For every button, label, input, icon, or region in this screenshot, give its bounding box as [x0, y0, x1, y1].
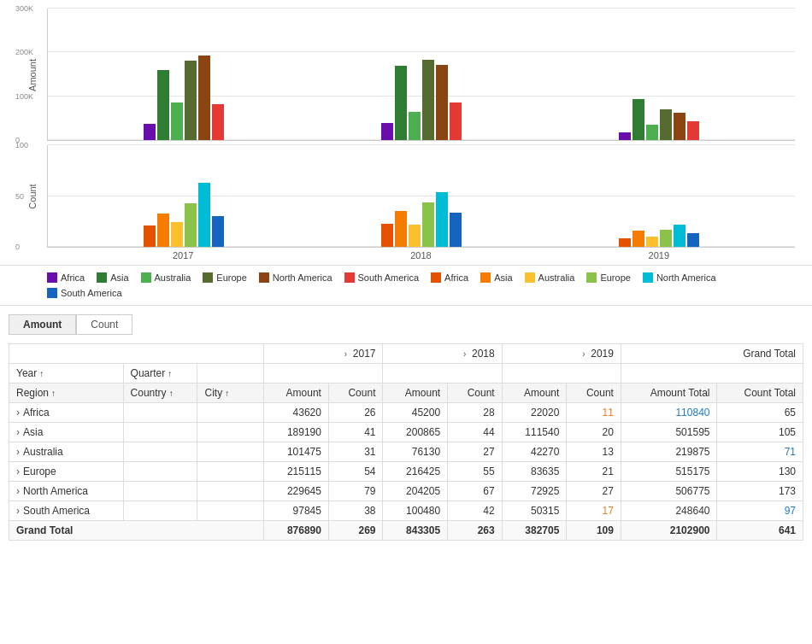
cell-7: 42270	[502, 442, 567, 462]
legend-label: South America	[61, 288, 122, 298]
sort-country-arrow: ↑	[169, 389, 174, 398]
cell-3: 229645	[264, 482, 329, 501]
chevron-2018: ›	[463, 349, 466, 359]
empty-gt	[621, 364, 803, 383]
country-col-header[interactable]: Country↑	[123, 383, 197, 403]
cell-2	[197, 462, 264, 482]
cell-7: 22020	[502, 403, 567, 423]
cell-9: 501595	[621, 423, 717, 442]
amount-y-label: Amount	[17, 9, 47, 141]
sort-year-header[interactable]: Year↑	[9, 364, 124, 383]
year-2017-header[interactable]: › 2017	[264, 344, 383, 364]
year-label-2018: 2018	[302, 248, 539, 261]
legend-section: AfricaAsiaAustraliaEuropeNorth AmericaSo…	[0, 266, 812, 306]
grand-total-cell-5: 382705	[502, 521, 567, 541]
cell-6: 44	[448, 423, 503, 442]
expand-icon[interactable]: ›	[16, 446, 20, 458]
expand-icon[interactable]: ›	[16, 505, 20, 517]
count-bar-Australia	[646, 237, 658, 247]
chart-section: Amount 300K 200K 100K 0	[0, 0, 812, 266]
city-col-header[interactable]: City↑	[197, 383, 264, 403]
cell-5: 76130	[383, 442, 448, 462]
year-2019-header[interactable]: › 2019	[502, 344, 621, 364]
count-group-2019	[540, 225, 778, 247]
grand-total-cell-6: 109	[567, 521, 621, 541]
cell-3: 43620	[264, 403, 329, 423]
legend-color-box	[141, 272, 151, 283]
expand-icon[interactable]: ›	[16, 465, 20, 477]
amount-bar-Asia	[633, 99, 644, 140]
sort-quarter-header[interactable]: Quarter↑	[123, 364, 197, 383]
legend-color-box	[47, 272, 57, 283]
amount-group-2018	[303, 60, 540, 140]
count-bar-Asia	[395, 211, 407, 247]
cell-4: 38	[328, 501, 383, 521]
expand-icon[interactable]: ›	[16, 426, 20, 438]
cell-8: 11	[567, 403, 621, 423]
cell-8: 21	[567, 462, 621, 482]
amount-bar-Asia	[157, 70, 169, 140]
cell-6: 55	[448, 462, 503, 482]
cell-7: 83635	[502, 462, 567, 482]
table-row: ›Asia189190412008654411154020501595105	[9, 423, 803, 442]
legend-label: Africa	[444, 272, 468, 283]
grand-total-row: Grand Total87689026984330526338270510921…	[9, 521, 803, 541]
cell-2	[197, 403, 264, 423]
cell-10: 105	[717, 423, 803, 442]
amount-bar-Europe	[185, 61, 197, 140]
year-label-2019: 2019	[540, 248, 778, 261]
amount-bar-Australia	[171, 102, 183, 140]
legend-color-box	[259, 272, 269, 283]
count-bar-North America	[436, 192, 448, 247]
amount-bar-Europe	[422, 60, 434, 140]
amount-bar-Africa	[144, 124, 156, 140]
amount-bar-North America	[436, 65, 448, 140]
legend-label: Asia	[110, 272, 128, 283]
empty-2019	[502, 364, 621, 383]
cell-3: 189190	[264, 423, 329, 442]
sort-quarter-arrow: ↑	[168, 369, 172, 378]
cell-5: 216425	[383, 462, 448, 482]
cell-8: 13	[567, 442, 621, 462]
cell-5: 200865	[383, 423, 448, 442]
count-group-2017	[65, 183, 303, 247]
cell-10: 71	[717, 442, 803, 462]
expand-icon[interactable]: ›	[16, 485, 20, 497]
cell-0: ›North America	[9, 482, 124, 501]
grand-total-cell-3: 843305	[383, 521, 448, 541]
cell-9: 248640	[621, 501, 717, 521]
expand-icon[interactable]: ›	[16, 407, 20, 419]
legend-item-africa: Africa	[47, 272, 85, 283]
tab-amount[interactable]: Amount	[9, 314, 76, 335]
amount-bar-Africa	[619, 132, 631, 140]
amount-chart-inner: 300K 200K 100K 0	[47, 9, 795, 141]
tab-count[interactable]: Count	[76, 314, 132, 335]
legend-label: North America	[273, 272, 332, 283]
grand-total-cell-1: 876890	[264, 521, 329, 541]
grand-total-cell-8: 641	[717, 521, 803, 541]
cell-2	[197, 482, 264, 501]
grand-total-header: Grand Total	[621, 344, 803, 364]
cell-10: 130	[717, 462, 803, 482]
legend-item-europe: Europe	[203, 272, 246, 283]
legend-color-box	[480, 272, 491, 283]
empty-col	[197, 364, 264, 383]
year-2018-header[interactable]: › 2018	[383, 344, 502, 364]
cell-2	[197, 442, 264, 462]
chevron-2019: ›	[582, 349, 585, 359]
region-col-header[interactable]: Region↑	[9, 383, 124, 403]
cell-1	[123, 482, 197, 501]
count-chart: Count 100 50 0	[17, 145, 795, 248]
sort-city-arrow: ↑	[225, 389, 229, 398]
grand-total-cell-4: 263	[448, 521, 503, 541]
count-bar-South America	[212, 216, 224, 247]
count-bar-Australia	[409, 225, 421, 247]
cell-3: 215115	[264, 462, 329, 482]
cell-0: ›Australia	[9, 442, 124, 462]
cell-9: 110840	[621, 403, 717, 423]
data-table: › 2017 › 2018 › 2019 Grand Total Year↑	[9, 343, 803, 541]
count-bar-Africa	[619, 238, 631, 247]
legend-label: North America	[656, 272, 716, 283]
cell-1	[123, 403, 197, 423]
legend-label: Africa	[61, 272, 85, 283]
